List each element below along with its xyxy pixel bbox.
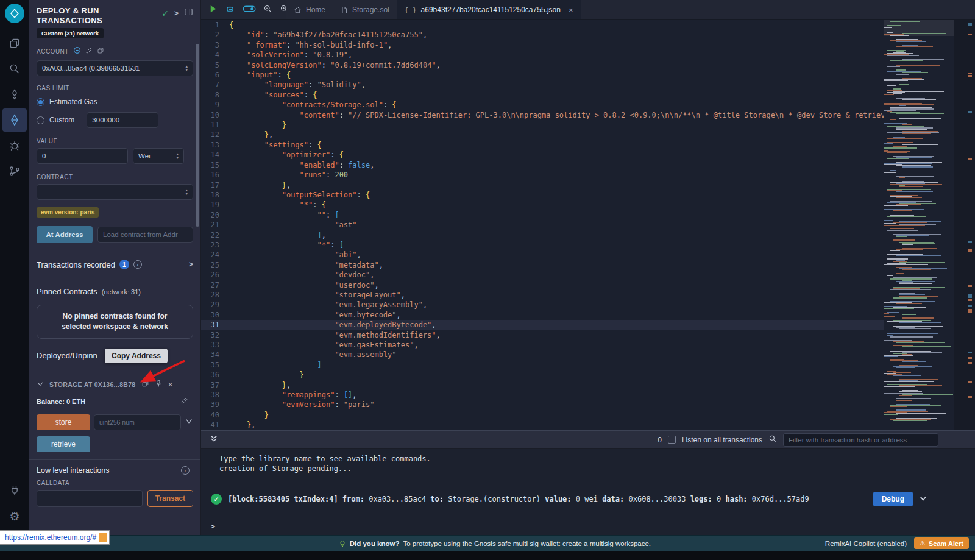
copilot-toggle[interactable] — [243, 4, 256, 15]
code-line[interactable]: 7 "language": "Solidity", — [201, 80, 884, 90]
copy-account-icon[interactable] — [97, 46, 104, 57]
edit-account-icon[interactable] — [85, 46, 93, 57]
debugger-icon[interactable] — [2, 134, 27, 157]
store-args-input[interactable] — [94, 414, 181, 430]
filter-input[interactable] — [783, 433, 938, 447]
solidity-compiler-icon[interactable] — [2, 83, 27, 106]
code-line[interactable]: 38 "remappings": [], — [201, 390, 884, 400]
debug-button[interactable]: Debug — [873, 492, 913, 506]
tab-home[interactable]: Home — [286, 0, 333, 19]
code-line[interactable]: 40 } — [201, 410, 884, 420]
file-explorer-icon[interactable] — [2, 32, 27, 55]
custom-gas-input[interactable] — [87, 112, 158, 128]
panel-scrollbar[interactable] — [196, 44, 199, 227]
expand-tx-icon[interactable] — [919, 494, 927, 505]
copilot-status[interactable]: RemixAI Copilot (enabled) — [825, 540, 907, 547]
code-line[interactable]: 30 "evm.bytecode", — [201, 310, 884, 320]
code-line[interactable]: 6 "input": { — [201, 70, 884, 80]
code-line[interactable]: 14 "optimizer": { — [201, 150, 884, 160]
at-address-input[interactable] — [98, 227, 193, 243]
search-icon[interactable] — [2, 57, 27, 80]
code-lines[interactable]: 1{2 "id": "a69b43f277ba20fcac141151250ca… — [201, 20, 884, 430]
retrieve-function-button[interactable]: retrieve — [37, 436, 90, 452]
code-line[interactable]: 10 "content": "// SPDX-License-Identifie… — [201, 110, 884, 120]
copy-address-icon[interactable] — [141, 379, 149, 390]
code-line[interactable]: 24 "abi", — [201, 250, 884, 260]
edit-balance-icon[interactable] — [180, 396, 188, 407]
code-line[interactable]: 13 "settings": { — [201, 140, 884, 150]
custom-gas-radio[interactable] — [37, 116, 44, 124]
code-line[interactable]: 28 "storageLayout", — [201, 290, 884, 300]
scam-alert-badge[interactable]: ⚠ Scam Alert — [914, 537, 969, 549]
code-line[interactable]: 32 "evm.methodIdentifiers", — [201, 330, 884, 340]
transactions-info-icon[interactable]: i — [133, 260, 142, 269]
code-editor[interactable]: 1{2 "id": "a69b43f277ba20fcac141151250ca… — [201, 20, 975, 430]
deploy-run-icon[interactable] — [2, 108, 27, 132]
code-line[interactable]: 37 }, — [201, 380, 884, 390]
close-tab-icon[interactable]: × — [569, 5, 573, 15]
value-input[interactable] — [37, 148, 128, 164]
code-line[interactable]: 31 "evm.deployedBytecode", — [201, 320, 884, 330]
low-level-info-icon[interactable]: i — [181, 466, 190, 475]
value-unit-select[interactable]: Wei ▴▾ — [133, 148, 184, 164]
deployed-contract-header[interactable]: STORAGE AT 0X136...8B78 × — [37, 379, 193, 390]
store-function-button[interactable]: store — [37, 414, 90, 430]
code-line[interactable]: 8 "sources": { — [201, 90, 884, 100]
code-line[interactable]: 12 }, — [201, 130, 884, 140]
code-line[interactable]: 1{ — [201, 20, 884, 30]
terminal-search-icon[interactable] — [768, 434, 777, 445]
pin-contract-icon[interactable] — [155, 379, 163, 390]
code-line[interactable]: 36 } — [201, 370, 884, 380]
terminal-prompt[interactable]: > — [211, 522, 975, 531]
account-select[interactable]: 0xA03...85ac4 (0.39866531531 ▴▾ — [37, 60, 193, 76]
code-line[interactable]: 34 "evm.assembly" — [201, 350, 884, 360]
zoom-out-icon[interactable] — [263, 4, 272, 16]
git-icon[interactable] — [2, 160, 27, 183]
remove-contract-icon[interactable]: × — [168, 380, 173, 389]
pin-panel-icon[interactable] — [184, 7, 193, 19]
settings-gear-icon[interactable]: ⚙ — [2, 505, 27, 528]
tab-storage-sol[interactable]: Storage.sol — [333, 0, 397, 19]
code-line[interactable]: 3 "_format": "hh-sol-build-info-1", — [201, 40, 884, 50]
code-line[interactable]: 4 "solcVersion": "0.8.19", — [201, 50, 884, 60]
code-line[interactable]: 16 "runs": 200 — [201, 170, 884, 180]
code-line[interactable]: 41 }, — [201, 420, 884, 430]
at-address-button[interactable]: At Address — [37, 226, 93, 243]
transact-button[interactable]: Transact — [147, 490, 193, 507]
code-line[interactable]: 27 "userdoc", — [201, 280, 884, 290]
code-line[interactable]: 26 "devdoc", — [201, 270, 884, 280]
code-line[interactable]: 39 "evmVersion": "paris" — [201, 400, 884, 409]
code-line[interactable]: 11 } — [201, 120, 884, 130]
expand-args-icon[interactable] — [185, 417, 193, 428]
remix-logo-icon[interactable] — [5, 4, 24, 23]
panel-forward-icon[interactable]: > — [174, 9, 179, 18]
code-line[interactable]: 25 "metadata", — [201, 260, 884, 270]
calldata-input[interactable] — [37, 490, 143, 507]
transaction-log-row[interactable]: ✓ [block:5583405 txIndex:4] from: 0xa03.… — [211, 492, 975, 506]
transactions-expand-icon[interactable]: > — [189, 260, 193, 269]
listen-checkbox[interactable] — [668, 436, 676, 444]
ai-copilot-icon[interactable] — [225, 4, 235, 16]
estimated-gas-radio[interactable] — [37, 98, 44, 106]
minimap[interactable] — [884, 20, 954, 430]
code-line[interactable]: 18 "outputSelection": { — [201, 190, 884, 200]
code-line[interactable]: 22 ], — [201, 230, 884, 240]
code-line[interactable]: 5 "solcLongVersion": "0.8.19+commit.7dd6… — [201, 60, 884, 70]
code-line[interactable]: 35 ] — [201, 360, 884, 370]
collapse-chevron-icon[interactable] — [37, 379, 44, 390]
code-line[interactable]: 2 "id": "a69b43f277ba20fcac141151250ca75… — [201, 30, 884, 40]
add-account-icon[interactable] — [73, 46, 81, 57]
collapse-terminal-icon[interactable] — [210, 434, 218, 445]
contract-select[interactable]: ▴▾ — [37, 184, 193, 200]
code-line[interactable]: 15 "enabled": false, — [201, 160, 884, 170]
code-line[interactable]: 29 "evm.legacyAssembly", — [201, 300, 884, 310]
run-script-button[interactable] — [208, 4, 218, 16]
code-line[interactable]: 17 }, — [201, 180, 884, 190]
code-line[interactable]: 20 "": [ — [201, 210, 884, 220]
tab-build-info-json[interactable]: { } a69b43f277ba20fcac141151250ca755.jso… — [397, 0, 581, 19]
code-line[interactable]: 19 "*": { — [201, 200, 884, 210]
code-line[interactable]: 33 "evm.gasEstimates", — [201, 340, 884, 350]
code-line[interactable]: 23 "*": [ — [201, 240, 884, 250]
code-line[interactable]: 9 "contracts/Storage.sol": { — [201, 100, 884, 110]
code-line[interactable]: 21 "ast" — [201, 220, 884, 230]
